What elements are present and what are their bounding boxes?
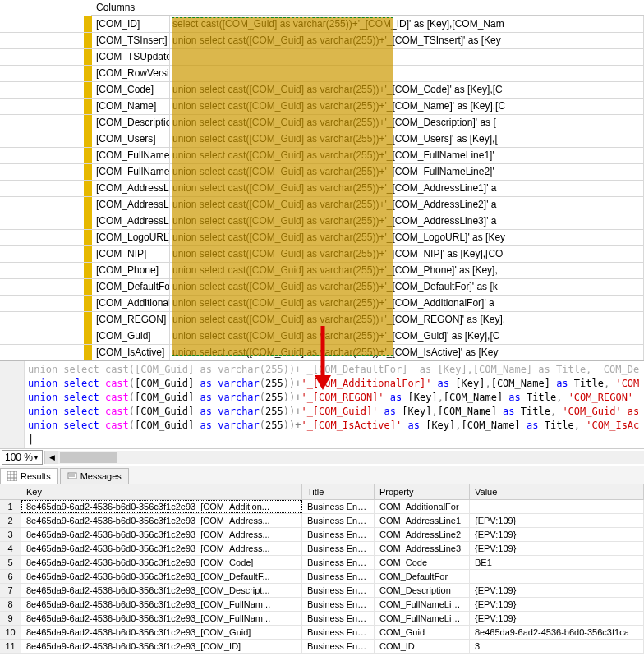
cell-property[interactable]: COM_ID [375,640,470,653]
column-name-cell[interactable]: [COM_Code] [92,82,170,98]
formula-cell[interactable] [170,49,644,65]
table-row[interactable]: [COM_AddressLine2]union select cast([COM… [0,196,644,213]
table-row[interactable]: [COM_AddressLine1]union select cast([COM… [0,180,644,196]
cell-title[interactable]: Business Entity 1 [302,542,375,555]
table-row[interactable]: [COM_AddressLine3]union select cast([COM… [0,213,644,229]
cell-property[interactable]: COM_AddressLine1 [375,514,470,527]
cell-title[interactable]: Business Entity 1 [302,500,375,513]
table-row[interactable]: [COM_Code]union select cast([COM_Guid] a… [0,81,644,98]
column-name-cell[interactable]: [COM_REGON] [92,312,170,328]
column-name-cell[interactable]: [COM_Phone] [92,263,170,278]
cell-title[interactable]: Business Entity 1 [302,612,375,625]
cell-property[interactable]: COM_Description [375,584,470,597]
table-row[interactable]: [COM_TSUpdate] [0,48,644,65]
cell-key[interactable]: 8e465da9-6ad2-4536-b6d0-356c3f1c2e93_[CO… [21,528,302,541]
grid-header-key[interactable]: Key [21,484,302,499]
column-name-cell[interactable]: [COM_Name] [92,99,170,114]
cell-title[interactable]: Business Entity 1 [302,584,375,597]
cell-value[interactable]: 8e465da9-6ad2-4536-b6d0-356c3f1ca [470,626,644,639]
cell-key[interactable]: 8e465da9-6ad2-4536-b6d0-356c3f1c2e93_[CO… [21,598,302,611]
table-row[interactable]: [COM_REGON]union select cast([COM_Guid] … [0,311,644,328]
formula-cell[interactable]: union select cast([COM_Guid] as varchar(… [170,164,644,180]
formula-cell[interactable]: union select cast([COM_Guid] as varchar(… [170,33,644,48]
formula-cell[interactable]: union select cast([COM_Guid] as varchar(… [170,246,644,262]
cell-property[interactable]: COM_AddressLine3 [375,542,470,555]
cell-value[interactable]: {EPV:109} [470,584,644,597]
grid-row[interactable]: 68e465da9-6ad2-4536-b6d0-356c3f1c2e93_[C… [0,570,644,584]
table-row[interactable]: [COM_RowVersion] [0,65,644,81]
column-name-cell[interactable]: [COM_TSInsert] [92,33,170,48]
grid-header-rownum[interactable] [0,484,21,499]
row-number[interactable]: 9 [0,612,21,625]
column-name-cell[interactable]: [COM_Guid] [92,328,170,344]
cell-title[interactable]: Business Entity 1 [302,514,375,527]
grid-row[interactable]: 28e465da9-6ad2-4536-b6d0-356c3f1c2e93_[C… [0,514,644,528]
table-row[interactable]: [COM_NIP]union select cast([COM_Guid] as… [0,245,644,262]
table-row[interactable]: [COM_Phone]union select cast([COM_Guid] … [0,262,644,278]
scroll-left-icon[interactable]: ◀ [45,451,58,464]
formula-cell[interactable]: union select cast([COM_Guid] as varchar(… [170,82,644,98]
formula-cell[interactable]: union select cast([COM_Guid] as varchar(… [170,296,644,311]
grid-row[interactable]: 18e465da9-6ad2-4536-b6d0-356c3f1c2e93_[C… [0,500,644,514]
row-number[interactable]: 11 [0,640,21,653]
column-name-cell[interactable]: [COM_NIP] [92,246,170,262]
grid-row[interactable]: 88e465da9-6ad2-4536-b6d0-356c3f1c2e93_[C… [0,598,644,612]
formula-cell[interactable]: union select cast([COM_Guid] as varchar(… [170,131,644,147]
cell-key[interactable]: 8e465da9-6ad2-4536-b6d0-356c3f1c2e93_[CO… [21,626,302,639]
cell-key[interactable]: 8e465da9-6ad2-4536-b6d0-356c3f1c2e93_[CO… [21,584,302,597]
row-number[interactable]: 4 [0,542,21,555]
column-name-cell[interactable]: [COM_AddressLine3] [92,213,170,229]
cell-property[interactable]: COM_Code [375,556,470,569]
column-name-cell[interactable]: [COM_Users] [92,131,170,147]
column-name-cell[interactable]: [COM_ID] [92,16,170,32]
table-row[interactable]: [COM_FullNameLine1]union select cast([CO… [0,147,644,163]
grid-row[interactable]: 58e465da9-6ad2-4536-b6d0-356c3f1c2e93_[C… [0,556,644,570]
formula-cell[interactable]: union select cast([COM_Guid] as varchar(… [170,99,644,114]
table-row[interactable]: [COM_LogoURL]union select cast([COM_Guid… [0,229,644,245]
cell-value[interactable]: {EPV:109} [470,542,644,555]
column-name-cell[interactable]: [COM_LogoURL] [92,230,170,245]
table-row[interactable]: [COM_Users]union select cast([COM_Guid] … [0,131,644,147]
formula-cell[interactable]: union select cast([COM_Guid] as varchar(… [170,213,644,229]
cell-title[interactable]: Business Entity 1 [302,528,375,541]
cell-property[interactable]: COM_Guid [375,626,470,639]
cell-key[interactable]: 8e465da9-6ad2-4536-b6d0-356c3f1c2e93_[CO… [21,500,302,513]
column-name-cell[interactable]: [COM_IsActive] [92,345,170,360]
cell-title[interactable]: Business Entity 1 [302,570,375,583]
cell-title[interactable]: Business Entity 1 [302,556,375,569]
column-name-cell[interactable]: [COM_DefaultFor] [92,279,170,295]
formula-cell[interactable]: union select cast([COM_Guid] as varchar(… [170,148,644,163]
cell-property[interactable]: COM_FullNameLine2 [375,612,470,625]
cell-value[interactable]: {EPV:109} [470,612,644,625]
tab-messages[interactable]: Messages [60,468,129,484]
cell-key[interactable]: 8e465da9-6ad2-4536-b6d0-356c3f1c2e93_[CO… [21,612,302,625]
cell-title[interactable]: Business Entity 1 [302,626,375,639]
table-row[interactable]: [COM_DefaultFor]union select cast([COM_G… [0,278,644,295]
column-name-cell[interactable]: [COM_FullNameLine2] [92,164,170,180]
grid-header-value[interactable]: Value [470,484,644,499]
formula-cell[interactable]: select cast([COM_Guid] as varchar(255))+… [170,16,644,32]
cell-property[interactable]: COM_FullNameLine1 [375,598,470,611]
formula-cell[interactable]: union select cast([COM_Guid] as varchar(… [170,312,644,328]
formula-cell[interactable]: union select cast([COM_Guid] as varchar(… [170,197,644,213]
cell-value[interactable] [470,570,644,583]
cell-title[interactable]: Business Entity 1 [302,598,375,611]
cell-value[interactable]: 3 [470,640,644,653]
cell-key[interactable]: 8e465da9-6ad2-4536-b6d0-356c3f1c2e93_[CO… [21,556,302,569]
formula-cell[interactable]: union select cast([COM_Guid] as varchar(… [170,279,644,295]
grid-row[interactable]: 38e465da9-6ad2-4536-b6d0-356c3f1c2e93_[C… [0,528,644,542]
formula-cell[interactable]: union select cast([COM_Guid] as varchar(… [170,328,644,344]
column-name-cell[interactable]: [COM_TSUpdate] [92,49,170,65]
cell-key[interactable]: 8e465da9-6ad2-4536-b6d0-356c3f1c2e93_[CO… [21,640,302,653]
horizontal-scrollbar[interactable]: ◀ [44,451,644,464]
cell-title[interactable]: Business Entity 1 [302,640,375,653]
table-row[interactable]: [COM_AdditionalFor]union select cast([CO… [0,295,644,311]
row-number[interactable]: 3 [0,528,21,541]
grid-row[interactable]: 48e465da9-6ad2-4536-b6d0-356c3f1c2e93_[C… [0,542,644,556]
row-number[interactable]: 7 [0,584,21,597]
cell-property[interactable]: COM_AdditionalFor [375,500,470,513]
formula-cell[interactable]: union select cast([COM_Guid] as varchar(… [170,263,644,278]
column-name-cell[interactable]: [COM_RowVersion] [92,66,170,81]
grid-header-property[interactable]: Property [375,484,470,499]
table-row[interactable]: [COM_Guid]union select cast([COM_Guid] a… [0,328,644,344]
